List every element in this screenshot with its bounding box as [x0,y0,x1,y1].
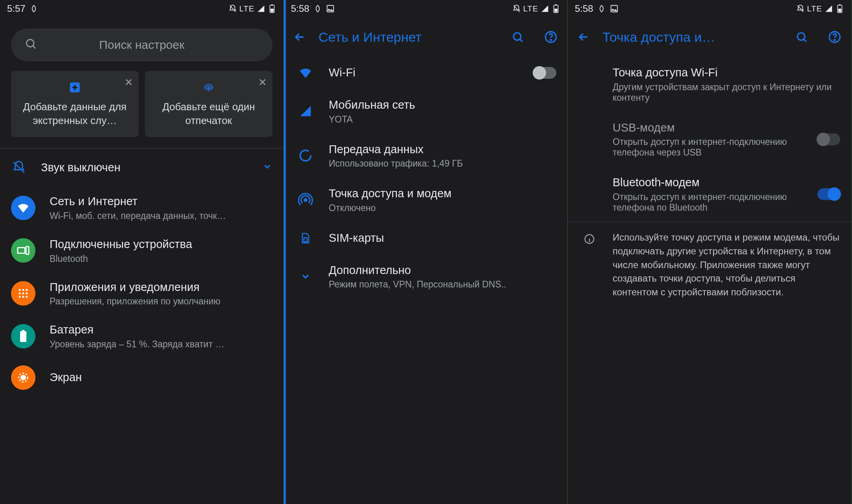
mute-icon [796,4,805,13]
back-button[interactable] [292,29,307,45]
data-usage-item[interactable]: Передача данных Использовано трафика: 1,… [284,133,567,178]
network-type: LTE [807,4,822,13]
wifi-hotspot-item[interactable]: Точка доступа Wi-Fi Другим устройствам з… [568,57,851,112]
help-button[interactable] [826,28,843,46]
battery-icon [268,4,276,13]
sim-cards-item[interactable]: SIM-карты [284,222,567,254]
hotspot-icon [292,193,319,208]
card-add-fingerprint[interactable]: ✕ Добавьте ещё один отпечаток [145,71,272,137]
settings-item-display[interactable]: Экран [0,358,283,398]
settings-item-battery[interactable]: Батарея Уровень заряда – 51 %. Заряда хв… [0,315,283,358]
status-bar: 5:58 LTE [568,0,851,17]
app-icon [30,4,38,13]
item-title: Батарея [50,322,272,337]
svg-rect-1 [271,4,273,5]
battery-icon [552,4,560,13]
signal-icon [824,4,833,13]
page-title: Сеть и Интернет [319,30,493,45]
svg-rect-2 [270,9,274,12]
svg-point-7 [19,289,21,291]
item-title: Сеть и Интернет [50,194,272,209]
hotspot-item[interactable]: Точка доступа и модем Отключено [284,178,567,222]
settings-item-apps[interactable]: Приложения и уведомления Разрешения, при… [0,272,283,315]
card-label: Добавьте ещё один отпечаток [151,100,266,128]
status-time: 5:57 [7,3,26,14]
image-icon [326,4,335,13]
settings-item-network[interactable]: Сеть и Интернет Wi-Fi, моб. сети, переда… [0,186,283,229]
svg-point-3 [26,39,34,47]
svg-point-8 [22,289,24,291]
suggestion-cards: ✕ Добавьте данные для экстренных слу… ✕ … [0,71,283,137]
sim-icon [292,231,319,245]
item-subtitle: Уровень заряда – 51 %. Заряда хватит … [50,339,270,350]
card-emergency-info[interactable]: ✕ Добавьте данные для экстренных слу… [11,71,139,137]
svg-point-13 [19,296,21,298]
mute-icon [512,4,521,13]
sound-off-row[interactable]: Звук выключен [0,148,283,186]
image-icon [610,4,619,13]
status-time: 5:58 [575,3,593,14]
close-icon[interactable]: ✕ [124,76,133,89]
mobile-network-item[interactable]: Мобильная сеть YOTA [284,89,567,133]
svg-rect-5 [18,248,25,253]
bluetooth-tethering-toggle[interactable] [817,188,840,200]
svg-point-12 [26,292,28,294]
item-subtitle: Использовано трафика: 1,49 ГБ [329,158,556,169]
wifi-item[interactable]: Wi-Fi [284,57,567,89]
item-subtitle: Открыть доступ к интернет-подключению те… [613,192,808,213]
settings-item-connected-devices[interactable]: Подключенные устройства Bluetooth [0,229,283,272]
mute-icon [228,4,237,13]
wifi-toggle[interactable] [533,67,556,79]
network-settings-screen: 5:58 LTE Сеть и Интернет [284,0,568,504]
usb-tethering-item: USB-модем Открыть доступ к интернет-подк… [568,112,851,167]
help-button[interactable] [542,28,559,46]
bluetooth-tethering-item[interactable]: Bluetooth-модем Открыть доступ к интерне… [568,167,851,222]
svg-point-11 [22,292,24,294]
page-title: Точка доступа и… [602,30,777,45]
svg-point-36 [834,39,835,40]
item-subtitle: Bluetooth [50,254,270,264]
item-title: SIM-карты [329,231,556,246]
chevron-down-icon [292,271,319,282]
hotspot-settings-screen: 5:58 LTE Точка доступа и… [568,0,852,504]
status-time: 5:58 [291,3,309,14]
svg-point-10 [19,292,21,294]
search-placeholder: Поиск настроек [99,38,185,52]
item-title: Экран [50,370,272,385]
network-type: LTE [523,4,538,13]
item-subtitle: Отключено [329,203,556,213]
search-settings[interactable]: Поиск настроек [11,28,272,61]
item-subtitle: Разрешения, приложения по умолчанию [50,296,270,307]
svg-rect-22 [555,4,557,5]
apps-icon [11,281,35,306]
item-subtitle: Wi-Fi, моб. сети, передача данных, точк… [50,211,270,221]
plus-icon [17,80,132,94]
sound-off-label: Звук выключен [41,161,248,174]
item-title: Мобильная сеть [329,98,556,113]
close-icon[interactable]: ✕ [258,76,267,89]
svg-rect-16 [20,331,26,342]
item-title: Wi-Fi [329,65,524,80]
search-button[interactable] [793,28,810,46]
item-subtitle: YOTA [329,114,556,125]
signal-icon [541,4,549,13]
info-icon [576,231,603,245]
battery-icon [11,324,35,348]
svg-point-15 [26,296,28,298]
wifi-icon [292,65,319,80]
item-title: USB-модем [613,120,808,135]
svg-rect-23 [554,9,558,12]
app-bar: Сеть и Интернет [284,17,567,57]
item-title: Bluetooth-модем [613,175,808,190]
item-title: Передача данных [329,142,556,157]
search-button[interactable] [509,28,526,46]
app-icon [597,4,606,13]
card-label: Добавьте данные для экстренных слу… [17,100,132,128]
info-text: Используйте точку доступа и режим модема… [613,231,840,299]
svg-rect-32 [839,4,841,5]
svg-point-34 [797,33,805,40]
advanced-item[interactable]: Дополнительно Режим полета, VPN, Персона… [284,254,567,299]
back-button[interactable] [576,29,591,45]
display-icon [11,365,35,390]
svg-point-19 [21,375,25,380]
